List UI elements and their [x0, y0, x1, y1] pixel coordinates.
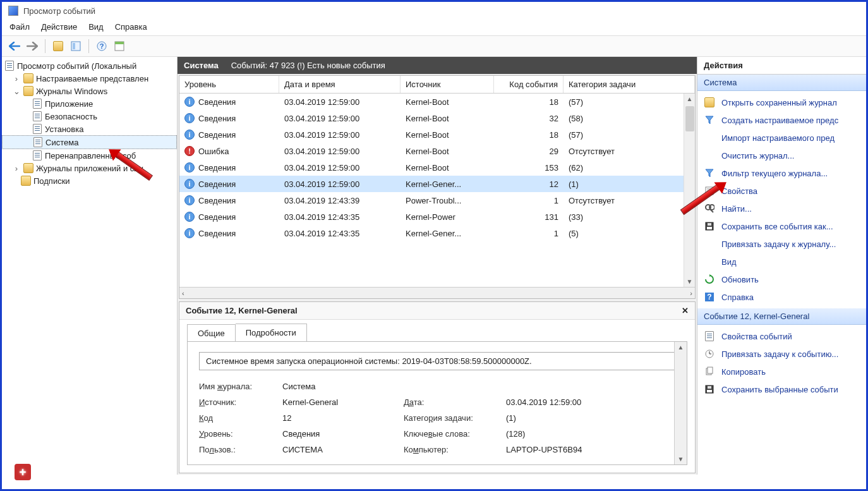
tab-general[interactable]: Общие: [187, 324, 236, 342]
forward-button[interactable]: [25, 39, 40, 54]
col-eventid[interactable]: Код события: [494, 76, 564, 93]
label-source: Источник:: [199, 397, 275, 407]
action-item[interactable]: ?Справка: [697, 288, 866, 306]
tree-forwarded[interactable]: Перенаправленные соб: [2, 149, 177, 162]
col-source[interactable]: Источник: [401, 76, 494, 93]
table-row[interactable]: iСведения03.04.2019 12:59:00Kernel-Boot1…: [179, 126, 695, 143]
action-item[interactable]: Свойства событий: [697, 327, 866, 345]
col-level[interactable]: Уровень: [179, 76, 279, 93]
tree-windows-logs[interactable]: ⌄Журналы Windows: [2, 85, 177, 97]
svg-text:?: ?: [100, 42, 104, 50]
detail-content: Системное время запуска операционной сис…: [187, 341, 687, 465]
cell-category: (57): [564, 129, 695, 141]
tree-security[interactable]: Безопасность: [2, 110, 177, 123]
action-label: Сохранить выбранные событи: [721, 385, 838, 394]
svg-rect-5: [115, 42, 124, 44]
val-keywords: (128): [506, 429, 675, 439]
table-row[interactable]: iСведения03.04.2019 12:59:00Kernel-Boot1…: [179, 159, 695, 176]
action-item[interactable]: Создать настраиваемое предс: [697, 111, 866, 129]
close-icon[interactable]: ✕: [682, 306, 689, 315]
tree-system[interactable]: Система: [2, 135, 177, 149]
tree-application[interactable]: Приложение: [2, 97, 177, 110]
info-icon: i: [184, 195, 195, 205]
tree-setup[interactable]: Установка: [2, 123, 177, 135]
action-item[interactable]: Сохранить выбранные событи: [697, 380, 866, 398]
action-item[interactable]: Привязать задачу к журналу...: [697, 235, 866, 253]
action-icon: [704, 114, 715, 126]
action-label: Создать настраиваемое предс: [721, 116, 838, 125]
col-datetime[interactable]: Дата и время: [279, 76, 401, 93]
action-icon: [704, 366, 715, 377]
action-item[interactable]: Привязать задачу к событию...: [697, 345, 866, 363]
tree-apps-services[interactable]: ›Журналы приложений и слу: [2, 162, 177, 174]
menu-action[interactable]: Действие: [41, 22, 77, 32]
action-item[interactable]: Сохранить все события как...: [697, 217, 866, 235]
cell-level: Сведения: [198, 196, 236, 205]
svg-rect-14: [707, 227, 712, 229]
action-icon: ?: [704, 291, 715, 303]
table-row[interactable]: iСведения03.04.2019 12:59:00Kernel-Boot3…: [179, 110, 695, 126]
cell-source: Kernel-Gener...: [401, 227, 494, 239]
action-item[interactable]: Вид: [697, 253, 866, 270]
action-icon: [704, 221, 715, 232]
tree-label: Приложение: [45, 99, 93, 109]
help-button[interactable]: ?: [94, 39, 109, 54]
cell-datetime: 03.04.2019 12:59:00: [279, 129, 401, 141]
action-item[interactable]: Открыть сохраненный журнал: [697, 94, 866, 111]
val-user: СИСТЕМА: [282, 445, 396, 454]
vertical-scrollbar[interactable]: ▲▼: [684, 94, 695, 287]
show-tree-button[interactable]: [51, 39, 66, 54]
horizontal-scrollbar[interactable]: ‹›: [179, 287, 695, 298]
table-row[interactable]: iСведения03.04.2019 12:43:39Power-Troubl…: [179, 192, 695, 209]
table-row[interactable]: iСведения03.04.2019 12:43:35Kernel-Power…: [179, 209, 695, 225]
svg-rect-15: [708, 223, 711, 226]
action-icon: [704, 203, 715, 214]
action-icon: [704, 330, 715, 342]
detail-scrollbar[interactable]: ▲▼: [674, 342, 687, 464]
cell-level: Сведения: [198, 114, 236, 123]
cell-code: 131: [494, 211, 564, 223]
tree-label: Настраиваемые представлен: [36, 74, 148, 83]
cell-source: Kernel-Boot: [401, 129, 494, 141]
menu-help[interactable]: Справка: [115, 22, 147, 32]
tree-label: Безопасность: [45, 112, 97, 121]
cell-source: Kernel-Boot: [401, 96, 494, 108]
table-row[interactable]: iСведения03.04.2019 12:43:35Kernel-Gener…: [179, 225, 695, 241]
action-label: Копировать: [721, 367, 766, 377]
table-row[interactable]: iСведения03.04.2019 12:59:00Kernel-Gener…: [179, 176, 695, 192]
info-icon: i: [184, 162, 195, 173]
action-label: Очистить журнал...: [721, 151, 794, 161]
val-category: (1): [506, 413, 675, 423]
action-item[interactable]: Очистить журнал...: [697, 147, 866, 164]
cell-code: 153: [494, 162, 564, 174]
col-category[interactable]: Категория задачи: [564, 76, 695, 93]
action-item[interactable]: Найти...: [697, 200, 866, 217]
action-label: Сохранить все события как...: [721, 222, 833, 231]
properties-button[interactable]: [68, 39, 83, 54]
tree-custom-views[interactable]: ›Настраиваемые представлен: [2, 72, 177, 85]
grid-body[interactable]: ▲▼ iСведения03.04.2019 12:59:00Kernel-Bo…: [179, 94, 695, 287]
cell-datetime: 03.04.2019 12:43:35: [279, 227, 401, 239]
cell-category: Отсутствует: [564, 145, 695, 157]
action-item[interactable]: Импорт настраиваемого пред: [697, 129, 866, 147]
menu-file[interactable]: Файл: [9, 22, 30, 32]
tab-details[interactable]: Подробности: [236, 324, 307, 341]
cell-category: (1): [564, 178, 695, 190]
tree-root[interactable]: Просмотр событий (Локальный: [2, 59, 177, 72]
label-log: Имя журнала:: [199, 382, 275, 391]
val-date: 03.04.2019 12:59:00: [506, 397, 675, 407]
menu-view[interactable]: Вид: [88, 22, 104, 32]
action-label: Привязать задачу к событию...: [721, 349, 838, 359]
table-row[interactable]: iСведения03.04.2019 12:59:00Kernel-Boot1…: [179, 94, 695, 110]
center-pane: Система Событий: 47 923 (!) Есть новые с…: [178, 57, 697, 475]
cell-datetime: 03.04.2019 12:59:00: [279, 112, 401, 124]
back-button[interactable]: [7, 39, 22, 54]
action-label: Обновить: [721, 275, 759, 284]
menubar: Файл Действие Вид Справка: [2, 20, 866, 35]
panel-button[interactable]: [112, 39, 127, 54]
action-item[interactable]: Обновить: [697, 270, 866, 288]
app-icon: [8, 6, 18, 16]
cell-category: (58): [564, 112, 695, 124]
table-row[interactable]: !Ошибка03.04.2019 12:59:00Kernel-Boot29О…: [179, 143, 695, 159]
action-item[interactable]: Копировать: [697, 363, 866, 380]
